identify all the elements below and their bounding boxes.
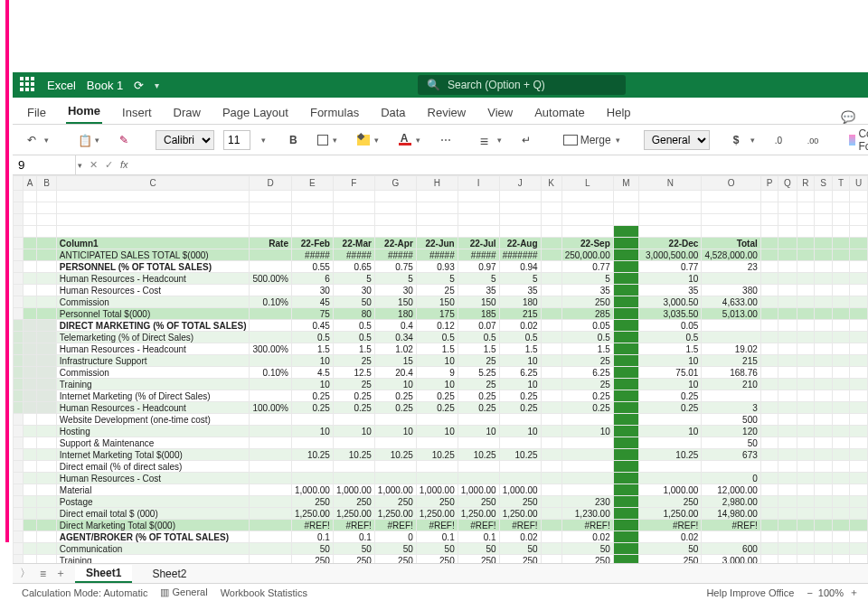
cell[interactable]: 10 xyxy=(499,355,541,367)
help-improve-link[interactable]: Help Improve Office xyxy=(706,587,794,598)
cell[interactable] xyxy=(374,437,416,449)
cell[interactable] xyxy=(561,473,613,484)
cell[interactable]: ##### xyxy=(291,249,333,261)
cell[interactable] xyxy=(613,484,638,496)
cell[interactable]: #REF! xyxy=(374,520,416,531)
cell[interactable]: 250 xyxy=(333,555,374,564)
sheet-list-icon[interactable]: ≡ xyxy=(40,568,46,580)
cell[interactable]: 10.25 xyxy=(291,449,333,461)
col-header-F[interactable]: F xyxy=(333,176,374,191)
row-header[interactable] xyxy=(14,367,24,379)
cell[interactable]: 1,250.00 xyxy=(458,508,499,520)
cell[interactable] xyxy=(458,461,499,473)
cell[interactable]: 75.01 xyxy=(639,367,702,379)
cell[interactable] xyxy=(613,414,638,426)
tab-file[interactable]: File xyxy=(25,100,48,124)
row-header[interactable] xyxy=(14,355,24,367)
col-header-J[interactable]: J xyxy=(499,176,541,191)
number-format-select[interactable]: General xyxy=(644,130,710,150)
cell[interactable]: 3,000,500.00 xyxy=(639,249,702,261)
cell[interactable] xyxy=(613,320,638,332)
col-header-D[interactable]: D xyxy=(250,176,291,191)
cell[interactable]: 3,035.50 xyxy=(639,308,702,320)
cell[interactable] xyxy=(702,320,760,332)
cell[interactable]: 5 xyxy=(561,273,613,285)
cell[interactable] xyxy=(639,414,702,426)
row-header[interactable] xyxy=(14,484,24,496)
font-size-caret-icon[interactable]: ▾ xyxy=(261,136,266,145)
col-header-S[interactable]: S xyxy=(815,176,833,191)
cell[interactable]: 12.5 xyxy=(333,367,374,379)
cell[interactable] xyxy=(250,414,291,426)
cell[interactable]: 75 xyxy=(291,308,333,320)
cell[interactable] xyxy=(561,437,613,449)
cell[interactable] xyxy=(250,484,291,496)
borders-button[interactable]: ▾ xyxy=(312,131,343,149)
cell[interactable]: 250 xyxy=(458,496,499,508)
cell[interactable]: 19.02 xyxy=(702,343,760,355)
cell[interactable]: 10 xyxy=(416,426,458,437)
cell[interactable] xyxy=(613,238,638,249)
cell[interactable]: 0.07 xyxy=(458,320,499,332)
cell[interactable] xyxy=(541,296,561,308)
cell[interactable]: 1,000.00 xyxy=(639,484,702,496)
workbook-name[interactable]: Book 1 xyxy=(87,79,123,92)
cell[interactable]: 0.45 xyxy=(291,320,333,332)
merge-button[interactable]: Merge▾ xyxy=(558,130,626,150)
col-header-T[interactable]: T xyxy=(832,176,849,191)
cell[interactable] xyxy=(250,426,291,437)
col-header-M[interactable]: M xyxy=(613,176,638,191)
cell[interactable]: 0.02 xyxy=(561,531,613,543)
col-header-U[interactable]: U xyxy=(850,176,868,191)
row-header[interactable] xyxy=(14,285,24,296)
cell[interactable]: 230 xyxy=(561,496,613,508)
cell[interactable] xyxy=(416,461,458,473)
cell[interactable]: 1,250.00 xyxy=(639,508,702,520)
cell[interactable]: 168.76 xyxy=(702,367,760,379)
cell[interactable]: 10 xyxy=(639,355,702,367)
cell[interactable] xyxy=(416,226,458,238)
cell[interactable] xyxy=(458,437,499,449)
row-header[interactable] xyxy=(14,414,24,426)
cell[interactable] xyxy=(561,484,613,496)
cell[interactable]: 5,013.00 xyxy=(702,308,760,320)
row-header[interactable] xyxy=(14,402,24,414)
formula-input[interactable] xyxy=(136,155,868,174)
cell[interactable]: 250 xyxy=(333,496,374,508)
row-label[interactable]: Training xyxy=(56,379,250,390)
cell[interactable] xyxy=(499,473,541,484)
row-label[interactable]: PERSONNEL (% OF TOTAL SALES) xyxy=(56,261,250,273)
zoom-out-icon[interactable]: − xyxy=(807,587,812,598)
cell[interactable]: 1,000.00 xyxy=(458,484,499,496)
cell[interactable] xyxy=(613,273,638,285)
cell[interactable]: 0.77 xyxy=(561,261,613,273)
row-header[interactable] xyxy=(14,249,24,261)
cell[interactable]: 10 xyxy=(639,379,702,390)
cell[interactable]: 0.25 xyxy=(458,390,499,402)
cell[interactable] xyxy=(702,390,760,402)
row-label[interactable]: ANTICIPATED SALES TOTAL $(000) xyxy=(56,249,250,261)
cell[interactable]: 0.1 xyxy=(333,531,374,543)
col-header-K[interactable]: K xyxy=(541,176,561,191)
cell[interactable] xyxy=(702,273,760,285)
row-label[interactable]: Column1 xyxy=(56,238,250,249)
cell[interactable]: 35 xyxy=(639,285,702,296)
cell[interactable]: 0.55 xyxy=(291,261,333,273)
cell[interactable] xyxy=(541,238,561,249)
cell[interactable]: 673 xyxy=(702,449,760,461)
cell[interactable]: 0.25 xyxy=(291,390,333,402)
cell[interactable]: 250,000.00 xyxy=(561,249,613,261)
cell[interactable]: 0.25 xyxy=(499,390,541,402)
cell[interactable] xyxy=(613,555,638,564)
cell[interactable] xyxy=(613,343,638,355)
cell[interactable]: 5 xyxy=(416,273,458,285)
col-header-H[interactable]: H xyxy=(416,176,458,191)
cell[interactable]: 1,000.00 xyxy=(416,484,458,496)
cell[interactable] xyxy=(416,414,458,426)
cell[interactable]: 250 xyxy=(416,555,458,564)
cell[interactable]: 250 xyxy=(291,496,333,508)
cell[interactable]: Total xyxy=(702,238,760,249)
search-box[interactable]: 🔍 Search (Option + Q) xyxy=(418,75,626,95)
cell[interactable]: 50 xyxy=(374,543,416,555)
row-label[interactable]: Commission xyxy=(56,296,250,308)
